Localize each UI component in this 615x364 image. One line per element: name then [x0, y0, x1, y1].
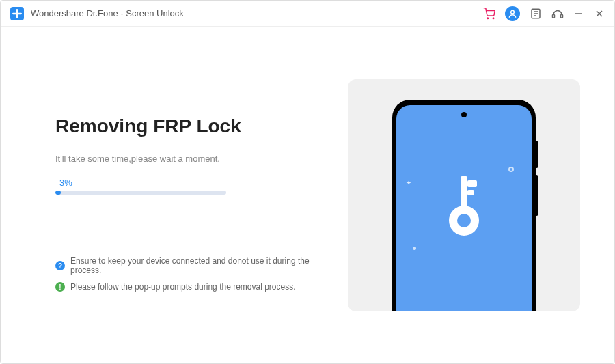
page-subtext: It'll take some time,please wait a momen…	[55, 154, 327, 164]
phone-side-button	[536, 175, 538, 216]
progress-section: 3%	[55, 178, 327, 195]
titlebar: Wondershare Dr.Fone - Screen Unlock	[1, 1, 614, 27]
decorative-circle-icon	[508, 167, 514, 172]
left-pane: Removing FRP Lock It'll take some time,p…	[28, 54, 327, 336]
close-button[interactable]	[594, 8, 605, 19]
user-account-icon[interactable]	[505, 6, 520, 21]
note-text: Ensure to keep your device connected and…	[70, 256, 327, 275]
minimize-button[interactable]	[573, 8, 584, 19]
note-item: ! Please follow the pop-up prompts durin…	[55, 282, 327, 292]
right-pane: ✦	[341, 54, 587, 336]
device-illustration-bg: ✦	[348, 79, 580, 311]
svg-rect-16	[467, 190, 474, 195]
cart-icon[interactable]	[483, 8, 495, 20]
info-icon: !	[55, 282, 65, 292]
svg-rect-14	[461, 176, 467, 210]
question-icon: ?	[55, 261, 65, 270]
phone-side-button	[536, 141, 538, 168]
sparkle-icon: ✦	[406, 179, 411, 186]
svg-point-13	[457, 214, 471, 227]
titlebar-right	[483, 6, 605, 21]
note-item: ? Ensure to keep your device connected a…	[55, 256, 327, 275]
svg-rect-7	[553, 14, 555, 18]
feedback-icon[interactable]	[530, 8, 542, 20]
progress-bar	[55, 191, 226, 195]
notes-list: ? Ensure to keep your device connected a…	[55, 256, 327, 292]
note-text: Please follow the pop-up prompts during …	[70, 282, 296, 292]
phone-camera-icon	[461, 112, 467, 117]
svg-point-0	[487, 18, 489, 19]
svg-rect-15	[467, 180, 477, 187]
titlebar-left: Wondershare Dr.Fone - Screen Unlock	[10, 7, 184, 20]
app-logo-icon	[10, 7, 24, 20]
page-heading: Removing FRP Lock	[55, 115, 327, 137]
decorative-dot-icon	[413, 247, 416, 250]
key-icon: ✦	[440, 176, 488, 240]
phone-frame: ✦	[392, 100, 536, 311]
svg-point-1	[493, 18, 494, 19]
support-icon[interactable]	[551, 8, 564, 20]
svg-point-2	[511, 10, 515, 14]
svg-rect-8	[561, 14, 563, 18]
app-title: Wondershare Dr.Fone - Screen Unlock	[31, 8, 184, 18]
phone-screen: ✦	[396, 105, 532, 311]
progress-fill	[55, 191, 61, 195]
content-area: Removing FRP Lock It'll take some time,p…	[1, 27, 614, 363]
progress-percent-label: 3%	[59, 178, 327, 188]
